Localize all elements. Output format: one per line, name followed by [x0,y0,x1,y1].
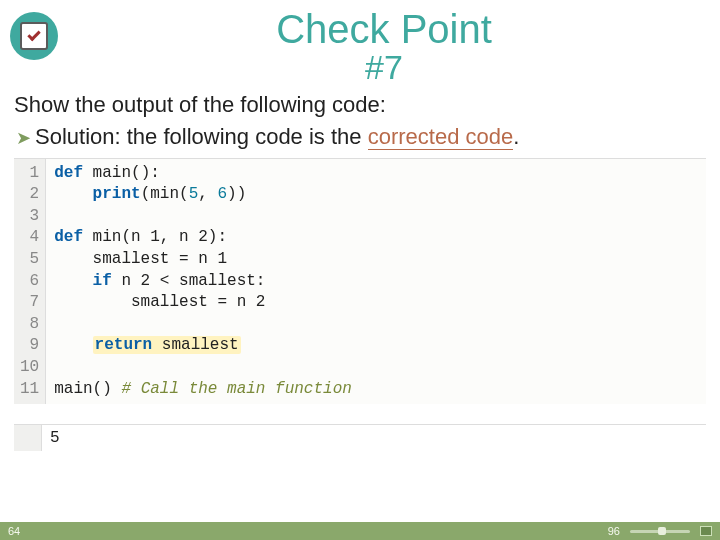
output-value: 5 [42,425,706,451]
line-numbers: 1 2 3 4 5 6 7 8 9 10 11 [14,159,46,405]
code-body: def main(): print(min(5, 6)) def min(n 1… [46,159,706,405]
comment: # Call the main function [121,380,351,398]
prompt-text: Show the output of the following code: [14,92,706,118]
checkbox-icon [20,22,48,50]
header: Check Point #7 [0,0,720,86]
output-block: 5 [14,424,706,451]
solution-prefix: Solution: the following code is the [35,124,368,149]
slide-content: Show the output of the following code: ➤… [0,86,720,452]
title-line1: Check Point [58,8,710,50]
view-mode-icon[interactable] [700,526,712,536]
title-block: Check Point #7 [58,8,710,86]
code-text: min(n 1, n 2): [83,228,227,246]
code-text: smallest [152,336,238,354]
code-text: (min( [141,185,189,203]
code-text: )) [227,185,246,203]
code-text [54,336,92,354]
kw-def: def [54,164,83,182]
code-text: smallest = n 1 [54,250,227,268]
code-text [54,185,92,203]
kw-return: return [95,336,153,354]
highlight-region: return smallest [93,336,241,354]
title-line2: #7 [58,50,710,86]
solution-highlight: corrected code [368,124,514,150]
output-gutter [14,425,42,451]
code-block: 1 2 3 4 5 6 7 8 9 10 11 def main(): prin… [14,158,706,405]
chevron-icon: ➤ [16,129,31,147]
code-text: main() [54,380,121,398]
code-text [54,272,92,290]
kw-if: if [93,272,112,290]
kw-print: print [93,185,141,203]
footer-right: 96 [608,525,712,537]
num-literal: 6 [217,185,227,203]
check-icon [27,27,40,40]
kw-def: def [54,228,83,246]
code-text: smallest = n 2 [54,293,265,311]
code-text: , [198,185,217,203]
footer-left: 64 [8,525,20,537]
code-text: main(): [83,164,160,182]
zoom-level: 96 [608,525,620,537]
logo-badge [10,12,58,60]
solution-suffix: . [513,124,519,149]
solution-line: ➤ Solution: the following code is the co… [14,124,706,150]
zoom-slider[interactable] [630,530,690,533]
code-text: n 2 < smallest: [112,272,266,290]
num-literal: 5 [189,185,199,203]
status-bar: 64 96 [0,522,720,540]
